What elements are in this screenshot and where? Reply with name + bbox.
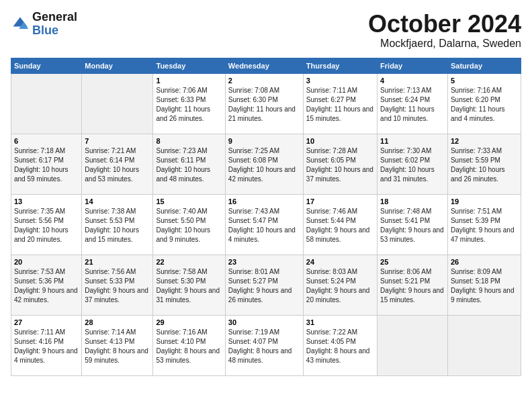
day-info: Sunrise: 7:46 AMSunset: 5:44 PMDaylight:…	[306, 207, 374, 244]
col-monday: Monday	[82, 58, 153, 73]
calendar-cell: 17Sunrise: 7:46 AMSunset: 5:44 PMDayligh…	[303, 194, 377, 255]
page-subtitle: Mockfjaerd, Dalarna, Sweden	[368, 38, 521, 50]
calendar-cell: 5Sunrise: 7:16 AMSunset: 6:20 PMDaylight…	[447, 73, 521, 134]
day-info: Sunrise: 8:09 AMSunset: 5:18 PMDaylight:…	[451, 267, 518, 305]
day-number: 7	[85, 137, 150, 145]
col-thursday: Thursday	[303, 58, 377, 73]
day-info: Sunrise: 7:53 AMSunset: 5:36 PMDaylight:…	[14, 267, 79, 305]
calendar-cell: 13Sunrise: 7:35 AMSunset: 5:56 PMDayligh…	[11, 194, 82, 255]
day-number: 14	[85, 197, 150, 205]
calendar-cell	[447, 315, 521, 375]
day-info: Sunrise: 7:08 AMSunset: 6:30 PMDaylight:…	[228, 86, 300, 124]
day-info: Sunrise: 7:30 AMSunset: 6:02 PMDaylight:…	[380, 146, 445, 184]
calendar-week-5: 27Sunrise: 7:11 AMSunset: 4:16 PMDayligh…	[11, 315, 521, 375]
calendar-week-4: 20Sunrise: 7:53 AMSunset: 5:36 PMDayligh…	[11, 255, 521, 315]
calendar-cell: 10Sunrise: 7:28 AMSunset: 6:05 PMDayligh…	[303, 134, 377, 194]
day-info: Sunrise: 7:48 AMSunset: 5:41 PMDaylight:…	[380, 207, 445, 244]
day-number: 4	[380, 77, 445, 85]
day-number: 31	[306, 318, 374, 326]
day-info: Sunrise: 7:13 AMSunset: 6:24 PMDaylight:…	[380, 86, 445, 124]
calendar-cell: 15Sunrise: 7:40 AMSunset: 5:50 PMDayligh…	[153, 194, 225, 255]
calendar-cell: 20Sunrise: 7:53 AMSunset: 5:36 PMDayligh…	[11, 255, 82, 315]
calendar-cell: 31Sunrise: 7:22 AMSunset: 4:05 PMDayligh…	[303, 315, 377, 375]
calendar-cell: 28Sunrise: 7:14 AMSunset: 4:13 PMDayligh…	[82, 315, 153, 375]
calendar-cell	[378, 315, 448, 375]
calendar-cell: 4Sunrise: 7:13 AMSunset: 6:24 PMDaylight…	[378, 73, 448, 134]
day-info: Sunrise: 7:28 AMSunset: 6:05 PMDaylight:…	[306, 146, 374, 184]
logo-icon	[11, 15, 30, 34]
day-number: 2	[228, 77, 300, 85]
calendar-cell: 21Sunrise: 7:56 AMSunset: 5:33 PMDayligh…	[82, 255, 153, 315]
title-block: October 2024 Mockfjaerd, Dalarna, Sweden	[368, 11, 521, 50]
calendar-cell: 30Sunrise: 7:19 AMSunset: 4:07 PMDayligh…	[225, 315, 303, 375]
page-header: General Blue October 2024 Mockfjaerd, Da…	[11, 11, 521, 50]
calendar-cell: 11Sunrise: 7:30 AMSunset: 6:02 PMDayligh…	[378, 134, 448, 194]
calendar-cell	[11, 73, 82, 134]
calendar-cell: 1Sunrise: 7:06 AMSunset: 6:33 PMDaylight…	[153, 73, 225, 134]
day-info: Sunrise: 7:33 AMSunset: 5:59 PMDaylight:…	[451, 146, 518, 184]
day-number: 8	[156, 137, 222, 145]
day-info: Sunrise: 7:23 AMSunset: 6:11 PMDaylight:…	[156, 146, 222, 184]
day-info: Sunrise: 7:16 AMSunset: 6:20 PMDaylight:…	[451, 86, 518, 124]
col-tuesday: Tuesday	[153, 58, 225, 73]
calendar-cell: 6Sunrise: 7:18 AMSunset: 6:17 PMDaylight…	[11, 134, 82, 194]
calendar-cell: 27Sunrise: 7:11 AMSunset: 4:16 PMDayligh…	[11, 315, 82, 375]
day-number: 26	[451, 258, 518, 266]
day-number: 13	[14, 197, 79, 205]
calendar-cell: 2Sunrise: 7:08 AMSunset: 6:30 PMDaylight…	[225, 73, 303, 134]
day-number: 24	[306, 258, 374, 266]
day-number: 20	[14, 258, 79, 266]
day-number: 3	[306, 77, 374, 85]
calendar-cell: 9Sunrise: 7:25 AMSunset: 6:08 PMDaylight…	[225, 134, 303, 194]
calendar-table: Sunday Monday Tuesday Wednesday Thursday…	[11, 58, 521, 376]
calendar-cell: 23Sunrise: 8:01 AMSunset: 5:27 PMDayligh…	[225, 255, 303, 315]
day-info: Sunrise: 7:06 AMSunset: 6:33 PMDaylight:…	[156, 86, 222, 124]
calendar-cell: 19Sunrise: 7:51 AMSunset: 5:39 PMDayligh…	[447, 194, 521, 255]
calendar-cell: 8Sunrise: 7:23 AMSunset: 6:11 PMDaylight…	[153, 134, 225, 194]
calendar-cell	[82, 73, 153, 134]
calendar-week-2: 6Sunrise: 7:18 AMSunset: 6:17 PMDaylight…	[11, 134, 521, 194]
day-info: Sunrise: 7:19 AMSunset: 4:07 PMDaylight:…	[228, 328, 300, 365]
calendar-cell: 29Sunrise: 7:16 AMSunset: 4:10 PMDayligh…	[153, 315, 225, 375]
page-title: October 2024	[368, 11, 521, 38]
day-number: 22	[156, 258, 222, 266]
day-number: 27	[14, 318, 79, 326]
calendar-cell: 18Sunrise: 7:48 AMSunset: 5:41 PMDayligh…	[378, 194, 448, 255]
day-info: Sunrise: 7:14 AMSunset: 4:13 PMDaylight:…	[85, 328, 150, 365]
day-number: 17	[306, 197, 374, 205]
day-number: 9	[228, 137, 300, 145]
day-number: 21	[85, 258, 150, 266]
day-info: Sunrise: 8:06 AMSunset: 5:21 PMDaylight:…	[380, 267, 445, 305]
calendar-cell: 26Sunrise: 8:09 AMSunset: 5:18 PMDayligh…	[447, 255, 521, 315]
logo-text: General Blue	[32, 11, 77, 38]
calendar-body: 1Sunrise: 7:06 AMSunset: 6:33 PMDaylight…	[11, 73, 521, 375]
day-number: 28	[85, 318, 150, 326]
day-info: Sunrise: 7:58 AMSunset: 5:30 PMDaylight:…	[156, 267, 222, 305]
day-number: 29	[156, 318, 222, 326]
day-info: Sunrise: 7:35 AMSunset: 5:56 PMDaylight:…	[14, 207, 79, 244]
day-number: 18	[380, 197, 445, 205]
col-saturday: Saturday	[447, 58, 521, 73]
day-info: Sunrise: 7:22 AMSunset: 4:05 PMDaylight:…	[306, 328, 374, 365]
day-info: Sunrise: 8:01 AMSunset: 5:27 PMDaylight:…	[228, 267, 300, 305]
calendar-cell: 24Sunrise: 8:03 AMSunset: 5:24 PMDayligh…	[303, 255, 377, 315]
calendar-cell: 12Sunrise: 7:33 AMSunset: 5:59 PMDayligh…	[447, 134, 521, 194]
day-info: Sunrise: 7:56 AMSunset: 5:33 PMDaylight:…	[85, 267, 150, 305]
calendar-week-3: 13Sunrise: 7:35 AMSunset: 5:56 PMDayligh…	[11, 194, 521, 255]
day-info: Sunrise: 7:21 AMSunset: 6:14 PMDaylight:…	[85, 146, 150, 184]
day-number: 25	[380, 258, 445, 266]
day-info: Sunrise: 7:40 AMSunset: 5:50 PMDaylight:…	[156, 207, 222, 244]
header-row: Sunday Monday Tuesday Wednesday Thursday…	[11, 58, 521, 73]
day-number: 6	[14, 137, 79, 145]
col-sunday: Sunday	[11, 58, 82, 73]
day-info: Sunrise: 7:18 AMSunset: 6:17 PMDaylight:…	[14, 146, 79, 184]
col-friday: Friday	[378, 58, 448, 73]
calendar-header: Sunday Monday Tuesday Wednesday Thursday…	[11, 58, 521, 73]
calendar-cell: 16Sunrise: 7:43 AMSunset: 5:47 PMDayligh…	[225, 194, 303, 255]
day-number: 30	[228, 318, 300, 326]
day-number: 16	[228, 197, 300, 205]
day-number: 12	[451, 137, 518, 145]
day-number: 5	[451, 77, 518, 85]
day-number: 23	[228, 258, 300, 266]
day-info: Sunrise: 7:16 AMSunset: 4:10 PMDaylight:…	[156, 328, 222, 365]
